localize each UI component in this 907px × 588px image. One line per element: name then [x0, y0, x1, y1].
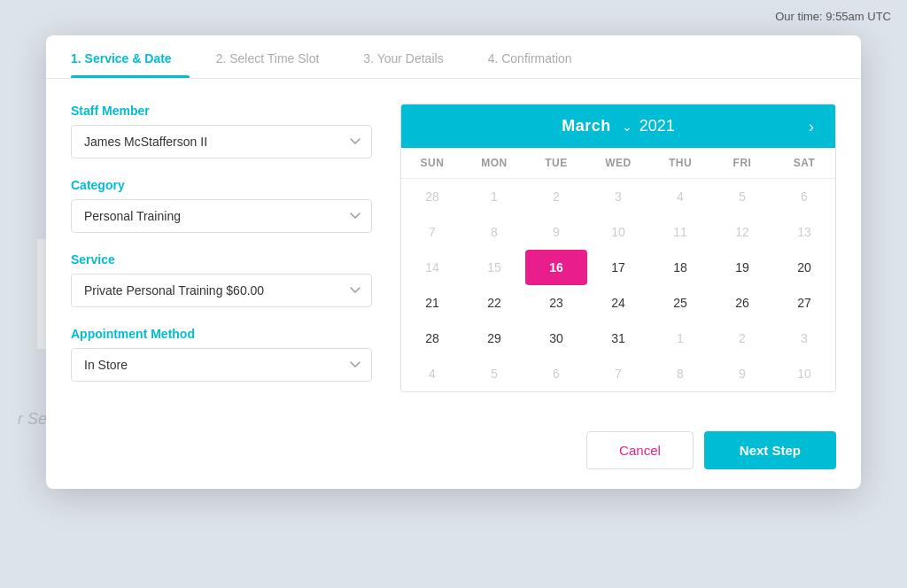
day-name-sun: SUN — [401, 148, 463, 178]
cal-cell: 3 — [587, 179, 649, 214]
time-display: Our time: 9:55am UTC — [775, 10, 891, 23]
cal-cell[interactable]: 19 — [711, 250, 773, 285]
steps-nav: 1. Service & Date 2. Select Time Slot 3.… — [46, 35, 861, 79]
cal-cell: 3 — [773, 321, 835, 356]
cal-cell: 7 — [587, 356, 649, 391]
cal-cell: 2 — [711, 321, 773, 356]
staff-select[interactable]: James McStafferson II — [71, 125, 372, 159]
calendar-header: March ⌄ 2021 › — [401, 104, 835, 148]
service-select[interactable]: Private Personal Training $60.00 — [71, 274, 372, 307]
right-panel: March ⌄ 2021 › SUNMONTUEWEDTHUFRISAT 281… — [400, 104, 836, 401]
cal-cell: 6 — [773, 179, 835, 214]
day-name-mon: MON — [463, 148, 525, 178]
step-4[interactable]: 4. Confirmation — [488, 35, 590, 78]
cal-cell[interactable]: 27 — [773, 285, 835, 321]
cal-cell: 14 — [401, 250, 463, 285]
cal-cell: 10 — [773, 356, 835, 391]
category-label: Category — [71, 178, 372, 192]
appointment-select[interactable]: In Store — [71, 348, 372, 382]
calendar-month: March — [562, 117, 611, 135]
day-name-thu: THU — [649, 148, 711, 178]
cal-cell[interactable]: 17 — [587, 250, 649, 285]
step-1[interactable]: 1. Service & Date — [71, 35, 190, 78]
left-panel: Staff Member James McStafferson II Categ… — [71, 104, 372, 401]
cal-cell: 8 — [649, 356, 711, 391]
cal-cell: 11 — [649, 214, 711, 250]
cal-cell: 28 — [401, 179, 463, 214]
cal-cell[interactable]: 21 — [401, 285, 463, 321]
cal-cell: 8 — [463, 214, 525, 250]
day-name-sat: SAT — [773, 148, 835, 178]
cal-cell[interactable]: 31 — [587, 321, 649, 356]
cal-cell[interactable]: 26 — [711, 285, 773, 321]
cal-cell[interactable]: 23 — [525, 285, 587, 321]
cal-cell[interactable]: 29 — [463, 321, 525, 356]
cal-cell: 9 — [711, 356, 773, 391]
cal-cell: 6 — [525, 356, 587, 391]
cal-cell: 13 — [773, 214, 835, 250]
staff-member-group: Staff Member James McStafferson II — [71, 104, 372, 159]
staff-label: Staff Member — [71, 104, 372, 118]
booking-modal: 1. Service & Date 2. Select Time Slot 3.… — [46, 35, 861, 489]
cal-cell[interactable]: 16 — [525, 250, 587, 285]
cal-cell: 12 — [711, 214, 773, 250]
category-group: Category Personal Training — [71, 178, 372, 233]
service-group: Service Private Personal Training $60.00 — [71, 252, 372, 307]
appointment-label: Appointment Method — [71, 327, 372, 341]
cal-cell: 5 — [463, 356, 525, 391]
service-label: Service — [71, 252, 372, 267]
cal-cell: 10 — [587, 214, 649, 250]
day-name-wed: WED — [587, 148, 649, 178]
modal-body: Staff Member James McStafferson II Categ… — [46, 79, 861, 419]
cal-cell[interactable]: 24 — [587, 285, 649, 321]
calendar: March ⌄ 2021 › SUNMONTUEWEDTHUFRISAT 281… — [400, 104, 836, 392]
cal-cell: 1 — [649, 321, 711, 356]
calendar-year: 2021 — [640, 117, 675, 135]
day-name-tue: TUE — [525, 148, 587, 178]
day-name-fri: FRI — [711, 148, 773, 178]
appointment-method-group: Appointment Method In Store — [71, 327, 372, 382]
calendar-next-button[interactable]: › — [802, 113, 821, 139]
cal-cell[interactable]: 20 — [773, 250, 835, 285]
cal-cell: 4 — [649, 179, 711, 214]
step-2[interactable]: 2. Select Time Slot — [216, 35, 337, 78]
calendar-grid: 2812345678910111213141516171819202122232… — [401, 179, 835, 391]
step-3[interactable]: 3. Your Details — [363, 35, 461, 78]
modal-footer: Cancel Next Step — [46, 419, 861, 489]
cal-cell[interactable]: 22 — [463, 285, 525, 321]
cal-cell: 15 — [463, 250, 525, 285]
month-chevron-icon: ⌄ — [622, 120, 632, 134]
top-bar: Our time: 9:55am UTC — [0, 0, 907, 32]
cal-cell: 2 — [525, 179, 587, 214]
cal-cell[interactable]: 25 — [649, 285, 711, 321]
cancel-button[interactable]: Cancel — [586, 431, 694, 469]
cal-cell: 5 — [711, 179, 773, 214]
category-select[interactable]: Personal Training — [71, 199, 372, 233]
next-step-button[interactable]: Next Step — [704, 431, 836, 469]
cal-cell: 4 — [401, 356, 463, 391]
cal-cell: 7 — [401, 214, 463, 250]
cal-cell: 1 — [463, 179, 525, 214]
cal-cell[interactable]: 28 — [401, 321, 463, 356]
cal-cell[interactable]: 30 — [525, 321, 587, 356]
cal-cell: 9 — [525, 214, 587, 250]
cal-cell[interactable]: 18 — [649, 250, 711, 285]
calendar-day-names: SUNMONTUEWEDTHUFRISAT — [401, 148, 835, 179]
